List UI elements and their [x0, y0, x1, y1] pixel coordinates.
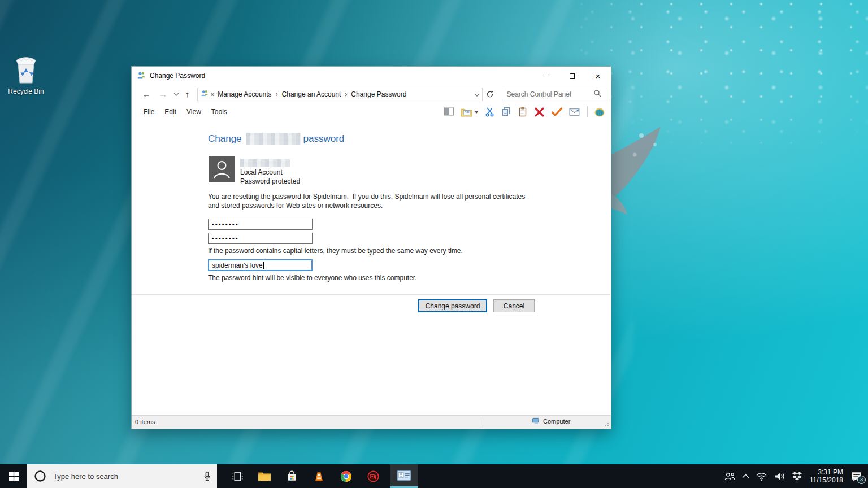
maximize-button[interactable] — [559, 67, 585, 85]
taskbar-clock[interactable]: 3:31 PM 11/15/2018 — [809, 468, 844, 484]
breadcrumb-overflow-chevron[interactable]: « — [209, 90, 218, 98]
dropbox-button[interactable] — [792, 471, 802, 481]
confirm-password-input[interactable]: •••••••• — [208, 233, 313, 244]
taskbar-search-input[interactable]: Type here to search — [27, 464, 217, 488]
validate-button[interactable] — [551, 107, 563, 117]
change-password-button[interactable]: Change password — [418, 299, 487, 312]
change-password-page: Change password Local Account Password p… — [132, 120, 611, 416]
dropbox-icon — [792, 471, 802, 481]
menu-file[interactable]: File — [138, 103, 159, 120]
address-bar[interactable]: « Manage Accounts › Change an Account › … — [197, 88, 483, 101]
mail-button[interactable] — [569, 107, 581, 117]
dolphin-image — [607, 125, 692, 250]
minimize-button[interactable] — [533, 67, 559, 85]
task-view-button[interactable] — [224, 464, 251, 488]
copy-button[interactable] — [501, 107, 511, 117]
chevron-up-icon — [742, 474, 749, 478]
new-password-input[interactable]: •••••••• — [208, 219, 313, 230]
reset-warning-text: You are resetting the password for Spide… — [208, 192, 535, 210]
delete-button[interactable] — [534, 107, 545, 117]
preview-pane-button[interactable] — [444, 107, 454, 116]
paste-button[interactable] — [518, 107, 528, 117]
file-explorer-taskbar-item[interactable] — [251, 464, 278, 488]
people-button[interactable] — [724, 472, 736, 481]
up-button[interactable]: ↑ — [181, 85, 194, 103]
organize-dropdown-caret — [474, 111, 479, 114]
search-icon — [593, 89, 601, 99]
heading-suffix: password — [303, 133, 345, 145]
change-password-window: Change Password × ← → ↑ — [131, 66, 611, 429]
capital-letters-note: If the password contains capital letters… — [208, 247, 463, 255]
taskbar-search-placeholder: Type here to search — [53, 472, 118, 481]
account-type-label: Local Account — [240, 168, 283, 176]
cut-button[interactable] — [485, 107, 495, 117]
people-icon — [724, 472, 736, 481]
water-surface-sparkles — [576, 0, 868, 147]
microsoft-store-taskbar-item[interactable] — [278, 464, 305, 488]
wifi-button[interactable] — [756, 472, 767, 481]
start-button[interactable] — [0, 464, 27, 488]
recycle-bin-shortcut[interactable]: Recycle Bin — [5, 55, 47, 95]
menu-edit[interactable]: Edit — [159, 103, 181, 120]
breadcrumb-separator[interactable]: › — [272, 90, 282, 98]
screen-recorder-taskbar-item[interactable] — [359, 464, 387, 488]
task-view-icon — [232, 471, 244, 482]
user-accounts-taskbar-item-active[interactable] — [390, 464, 418, 488]
address-dropdown-chevron[interactable] — [474, 90, 480, 98]
cancel-button[interactable]: Cancel — [493, 299, 535, 312]
system-tray: 3:31 PM 11/15/2018 3 — [724, 464, 868, 488]
computer-icon — [532, 417, 540, 425]
search-placeholder: Search Control Panel — [507, 90, 571, 98]
wifi-icon — [756, 472, 767, 481]
recycle-bin-label: Recycle Bin — [5, 88, 47, 95]
chevron-down-icon — [474, 93, 480, 97]
action-center-button[interactable]: 3 — [850, 471, 862, 482]
user-accounts-icon — [137, 71, 146, 81]
person-icon — [209, 156, 235, 182]
blurred-account-name — [240, 159, 290, 167]
close-button[interactable]: × — [585, 67, 611, 85]
computer-status: Computer — [532, 417, 570, 425]
control-panel-search-input[interactable]: Search Control Panel — [502, 88, 607, 101]
recent-pages-dropdown[interactable] — [171, 93, 181, 96]
organize-button[interactable] — [461, 107, 479, 117]
account-protection-label: Password protected — [240, 177, 300, 185]
resize-grip[interactable] — [604, 421, 609, 427]
vlc-taskbar-item[interactable] — [305, 464, 332, 488]
statusbar-divider — [481, 417, 481, 428]
shell-icon — [594, 106, 605, 117]
title-bar[interactable]: Change Password × — [132, 67, 611, 85]
status-bar: 0 items Computer — [132, 415, 611, 429]
back-button[interactable]: ← — [138, 85, 155, 103]
user-accounts-card-icon — [397, 470, 411, 481]
refresh-button[interactable] — [483, 90, 497, 98]
breadcrumb-item-change-password[interactable]: Change Password — [351, 90, 406, 98]
toolbar-divider — [587, 106, 588, 117]
envelope-icon — [569, 107, 581, 117]
hidden-icons-button[interactable] — [742, 474, 749, 478]
content-separator — [132, 294, 611, 295]
help-shell-button[interactable] — [594, 106, 605, 117]
menu-tools[interactable]: Tools — [206, 103, 232, 120]
account-avatar — [209, 156, 235, 182]
forward-button[interactable]: → — [155, 85, 171, 103]
chevron-down-icon — [173, 93, 179, 96]
organize-folder-icon — [461, 107, 472, 117]
volume-button[interactable] — [774, 472, 785, 481]
breadcrumb-item-change-an-account[interactable]: Change an Account — [282, 90, 341, 98]
scissors-icon — [485, 107, 495, 117]
breadcrumb-item-manage-accounts[interactable]: Manage Accounts — [218, 90, 271, 98]
window-title: Change Password — [150, 72, 205, 80]
speaker-icon — [774, 472, 785, 481]
microphone-icon — [203, 471, 211, 482]
breadcrumb-separator[interactable]: › — [341, 90, 351, 98]
chrome-taskbar-item[interactable] — [332, 464, 359, 488]
preview-pane-icon — [444, 107, 454, 116]
hint-visibility-note: The password hint will be visible to eve… — [208, 274, 417, 282]
close-icon: × — [596, 72, 601, 80]
password-hint-input[interactable]: spiderman's love — [208, 259, 313, 271]
delete-x-icon — [534, 107, 545, 117]
menu-view[interactable]: View — [181, 103, 206, 120]
blurred-username — [246, 133, 301, 145]
refresh-icon — [486, 90, 494, 98]
